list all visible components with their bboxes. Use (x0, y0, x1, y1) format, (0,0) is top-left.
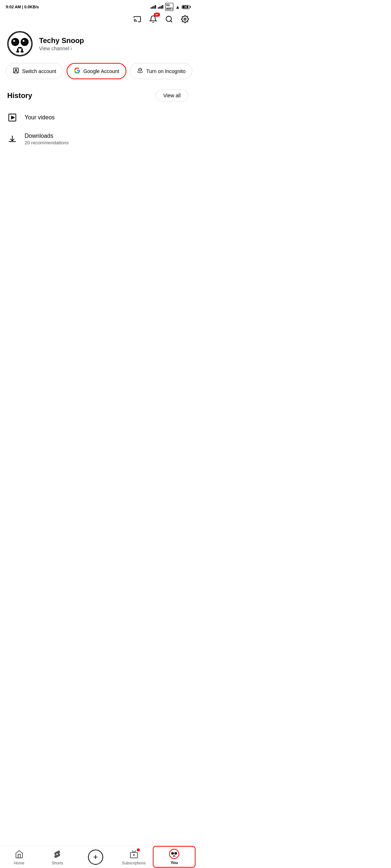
wifi-icon: ▲ (175, 4, 180, 10)
svg-rect-14 (16, 51, 19, 52)
your-videos-title: Your videos (25, 114, 55, 121)
status-right: VoWiFi ▲ 96 (151, 3, 190, 11)
cast-button[interactable] (133, 14, 142, 24)
svg-point-6 (12, 39, 18, 45)
person-icon (13, 67, 19, 75)
toolbar: 9+ (0, 12, 196, 27)
google-account-label: Google Account (83, 68, 119, 74)
view-channel-link[interactable]: View channel › (39, 46, 84, 51)
profile-info: Techy Snoop View channel › (39, 37, 84, 51)
notification-badge: 9+ (154, 13, 160, 17)
incognito-button[interactable]: Turn on Incognito (130, 63, 192, 79)
svg-rect-13 (21, 48, 23, 51)
action-buttons-row: Switch account Google Account Turn on In… (0, 63, 196, 86)
signal-icon-2 (158, 5, 163, 9)
downloads-item[interactable]: Downloads 20 recommendations (0, 128, 196, 150)
signal-icon-1 (151, 5, 156, 9)
svg-point-17 (15, 69, 17, 71)
chevron-right-icon: › (70, 46, 72, 51)
time-text: 9:02 AM | 0.0KB/s (6, 5, 39, 9)
svg-rect-12 (17, 48, 18, 51)
status-bar: 9:02 AM | 0.0KB/s VoWiFi ▲ 96 (0, 0, 196, 12)
svg-rect-11 (18, 47, 22, 48)
google-account-button[interactable]: Google Account (67, 63, 126, 79)
downloads-title: Downloads (25, 133, 68, 139)
your-videos-text: Your videos (25, 114, 55, 121)
svg-point-10 (23, 40, 25, 42)
play-icon (7, 112, 17, 123)
incognito-icon (137, 67, 143, 75)
status-left: 9:02 AM | 0.0KB/s (6, 5, 39, 9)
downloads-subtitle: 20 recommendations (25, 140, 68, 145)
notifications-button[interactable]: 9+ (148, 14, 158, 24)
avatar[interactable] (7, 31, 33, 56)
profile-section: Techy Snoop View channel › (0, 27, 196, 63)
svg-rect-15 (21, 51, 24, 52)
your-videos-item[interactable]: Your videos (0, 107, 196, 128)
download-icon (7, 134, 17, 144)
google-icon (74, 67, 80, 75)
switch-account-button[interactable]: Switch account (6, 63, 63, 79)
svg-line-2 (171, 21, 172, 22)
incognito-label: Turn on Incognito (146, 68, 185, 74)
search-button[interactable] (164, 14, 174, 24)
downloads-text: Downloads 20 recommendations (25, 133, 68, 145)
svg-point-7 (13, 40, 15, 42)
svg-marker-22 (11, 116, 15, 120)
profile-name: Techy Snoop (39, 37, 84, 45)
switch-account-label: Switch account (22, 68, 56, 74)
svg-point-1 (166, 16, 172, 22)
svg-point-9 (22, 39, 28, 45)
history-section-header: History View all (0, 86, 196, 107)
battery-icon: 96 (182, 5, 190, 9)
view-all-button[interactable]: View all (156, 89, 188, 102)
settings-button[interactable] (180, 14, 190, 24)
vo-wifi-text: VoWiFi (165, 3, 173, 11)
svg-point-3 (184, 18, 186, 20)
history-title: History (7, 92, 32, 100)
